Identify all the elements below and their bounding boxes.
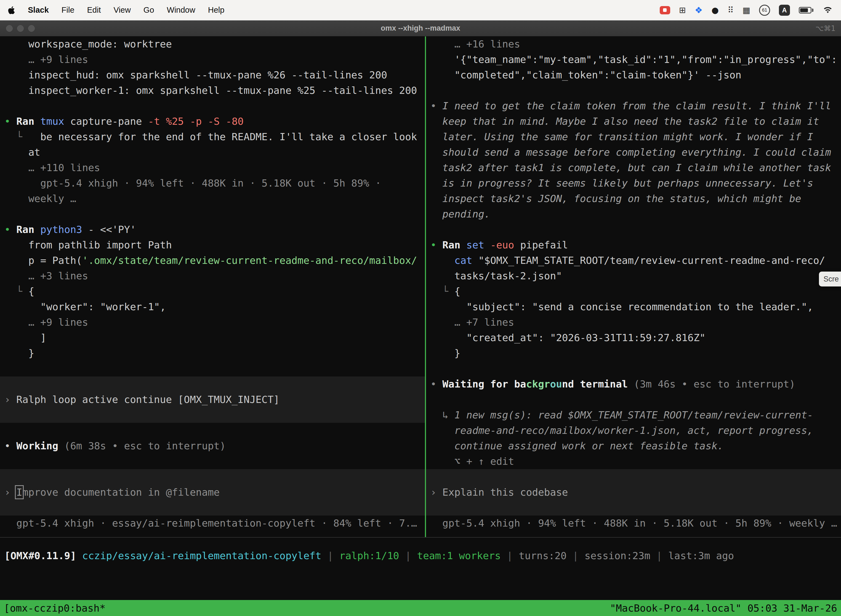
- text-segment: turns:20: [519, 550, 567, 561]
- terminal-line: … +9 lines: [0, 315, 425, 330]
- apple-icon: [8, 6, 15, 15]
- menu-status-icons: ⊞ ❖ ● ⠿ ▦ 61 A: [660, 5, 833, 16]
- terminal-line: p = Path('.omx/state/team/review-current…: [0, 253, 425, 268]
- text-segment: p = Path(: [4, 255, 82, 266]
- text-segment: … +9 lines: [4, 317, 88, 328]
- text-segment: 1 new msg(s): read $OMX_TEAM_STATE_ROOT/…: [454, 409, 813, 421]
- terminal-line: gpt-5.4 xhigh · essay/ai-reimplementatio…: [0, 516, 425, 531]
- input-band-line: [0, 377, 425, 392]
- terminal-line: '{"team_name":"my-team","task_id":"1","f…: [426, 52, 841, 67]
- screen-recording-icon[interactable]: [660, 6, 670, 14]
- input-band-line: [0, 469, 425, 485]
- window-titlebar[interactable]: omx --xhigh --madmax ⌥⌘1: [0, 21, 841, 37]
- input-source-icon[interactable]: A: [779, 5, 790, 16]
- terminal-line: ]: [0, 330, 425, 346]
- text-segment: └: [4, 131, 40, 142]
- terminal-line: [0, 423, 425, 438]
- minimize-button[interactable]: [17, 25, 24, 32]
- text-segment: Ran: [442, 239, 466, 251]
- terminal-line: [426, 361, 841, 377]
- text-segment: }: [431, 348, 460, 359]
- menu-item-slack[interactable]: Slack: [28, 6, 49, 15]
- text-segment: ou: [550, 378, 562, 390]
- battery-icon[interactable]: [799, 7, 813, 13]
- tmux-pane-left[interactable]: workspace_mode: worktree … +9 lines insp…: [0, 37, 425, 537]
- text-segment: last:3m ago: [668, 550, 734, 561]
- app-swirl-icon[interactable]: ❖: [695, 5, 703, 15]
- terminal-line: └ be necessary for the end of the README…: [0, 129, 425, 145]
- tmux-status-bar: [omx-cczip0:bash* "MacBook-Pro-44.local"…: [0, 600, 841, 616]
- text-segment: pending.: [431, 208, 490, 220]
- terminal-line: tasks/task-2.json": [426, 268, 841, 284]
- text-segment: nd terminal: [562, 378, 628, 390]
- text-segment: gpt-5.4 xhigh · 94% left · 488K in · 5.1…: [431, 518, 837, 529]
- text-segment: … +7 lines: [431, 317, 514, 328]
- terminal-line: should send a message before completing …: [426, 145, 841, 160]
- text-segment: [431, 255, 454, 266]
- input-band-line: › Explain this codebase: [426, 485, 841, 500]
- terminal-line: • Working (6m 38s • esc to interrupt): [0, 438, 425, 454]
- terminal-line: "completed","claim_token":"claim-token"}…: [426, 67, 841, 83]
- terminal-line: ⌥ + ↑ edit: [426, 454, 841, 469]
- terminal-line: task2 after task1 is complete, but can I…: [426, 160, 841, 176]
- menu-item-view[interactable]: View: [114, 6, 131, 15]
- text-segment: mprove documentation in @filename: [22, 487, 220, 498]
- wifi-icon[interactable]: [822, 6, 833, 15]
- terminal-line: readme-and-reco/mailbox/worker-1.json, a…: [426, 423, 841, 438]
- text-segment: •: [431, 100, 442, 111]
- text-segment: •: [4, 224, 16, 235]
- grid-icon[interactable]: ⊞: [679, 5, 686, 15]
- text-segment: ›: [4, 394, 16, 405]
- terminal-line: └ {: [0, 284, 425, 299]
- text-segment: I need to get the claim token from the c…: [442, 100, 831, 111]
- text-segment: └: [4, 286, 28, 297]
- text-segment: ⌥ + ↑ edit: [431, 456, 514, 467]
- terminal-line: [426, 392, 841, 407]
- window-title: omx --xhigh --madmax: [381, 24, 460, 32]
- input-band-line: [0, 407, 425, 423]
- dots-grid-icon[interactable]: ⠿: [728, 5, 734, 15]
- text-segment: gpt-5.4 xhigh · 94% left · 488K in · 5.1…: [4, 177, 381, 189]
- desktop: SlackFileEditViewGoWindowHelp ⊞ ❖ ● ⠿ ▦ …: [0, 0, 841, 616]
- terminal-line: later. Using the same for transition mig…: [426, 129, 841, 145]
- menu-item-window[interactable]: Window: [167, 6, 195, 15]
- text-segment: team:1 workers: [417, 550, 501, 561]
- terminal-line: └ {: [426, 284, 841, 299]
- terminal-line: • Ran tmux capture-pane -t %25 -p -S -80: [0, 114, 425, 129]
- omx-status-line: [OMX#0.11.9] cczip/essay/ai-reimplementa…: [4, 548, 841, 563]
- apple-menu[interactable]: [8, 6, 15, 15]
- text-segment: inspect_worker-1: omx sparkshell --tmux-…: [4, 85, 417, 96]
- text-segment: ckgr: [526, 378, 550, 390]
- text-segment: └: [431, 286, 454, 297]
- menu-item-go[interactable]: Go: [144, 6, 154, 15]
- text-segment: capture-pane: [64, 116, 148, 127]
- terminal-line: [426, 83, 841, 98]
- zoom-button[interactable]: [28, 25, 35, 32]
- screen-tooltip: Scre: [819, 271, 841, 286]
- text-segment: Working: [16, 440, 58, 452]
- terminal-line: • I need to get the claim token from the…: [426, 98, 841, 114]
- tmux-pane-right[interactable]: … +16 lines '{"team_name":"my-team","tas…: [426, 37, 841, 537]
- text-segment: workspace_mode: worktree: [4, 38, 172, 50]
- text-segment: •: [4, 440, 16, 452]
- terminal-line: … +110 lines: [0, 160, 425, 176]
- menu-item-help[interactable]: Help: [208, 6, 224, 15]
- battery-gauge-icon[interactable]: 61: [759, 5, 770, 16]
- tmux-host-time: "MacBook-Pro-44.local" 05:03 31-Mar-26: [610, 603, 837, 614]
- input-band-line: › Ralph loop active continue [OMX_TMUX_I…: [0, 392, 425, 407]
- menu-item-file[interactable]: File: [62, 6, 75, 15]
- menu-bar: SlackFileEditViewGoWindowHelp ⊞ ❖ ● ⠿ ▦ …: [0, 0, 841, 21]
- menu-item-edit[interactable]: Edit: [87, 6, 101, 15]
- text-segment: "worker": "worker-1",: [4, 301, 166, 312]
- text-segment: "subject": "send a concise recommendatio…: [431, 301, 813, 312]
- terminal-line: inspect task2's JSON, focusing on the st…: [426, 191, 841, 207]
- text-segment: "$OMX_TEAM_STATE_ROOT/team/review-curren…: [472, 255, 825, 266]
- terminal-line: [0, 207, 425, 222]
- dark-app-icon[interactable]: ●: [711, 5, 718, 15]
- text-segment: ›: [431, 487, 442, 498]
- input-band-line: [426, 500, 841, 516]
- close-button[interactable]: [6, 25, 13, 32]
- keypad-icon[interactable]: ▦: [743, 5, 750, 15]
- terminal-line: … +7 lines: [426, 315, 841, 330]
- text-segment: task2 after task1 is complete, but can I…: [431, 162, 831, 173]
